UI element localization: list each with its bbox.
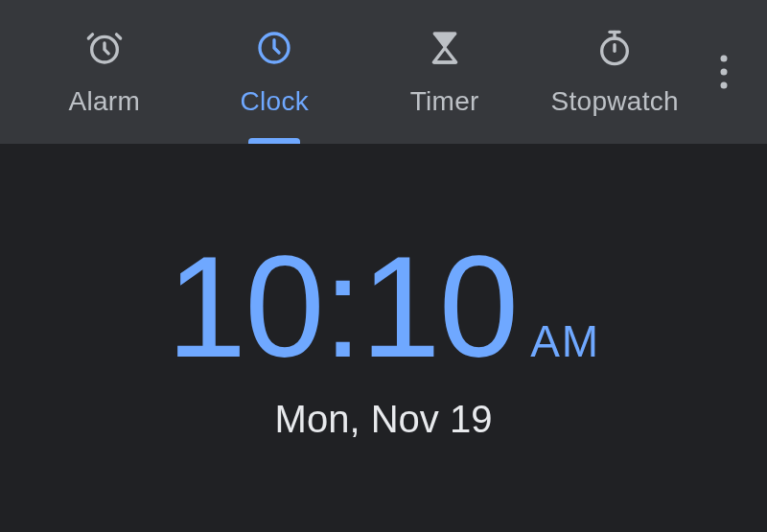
tab-bar: Alarm Clock Timer — [0, 0, 767, 144]
time-row: 10:10 AM — [167, 235, 600, 379]
timer-icon — [424, 27, 466, 69]
current-date: Mon, Nov 19 — [275, 398, 493, 441]
tab-label-timer: Timer — [410, 86, 479, 117]
alarm-icon — [83, 27, 126, 69]
tab-alarm[interactable]: Alarm — [19, 0, 190, 144]
current-time: 10:10 — [167, 235, 517, 379]
svg-point-5 — [721, 82, 728, 89]
svg-point-3 — [721, 56, 728, 62]
svg-point-4 — [721, 69, 728, 76]
tab-stopwatch[interactable]: Stopwatch — [530, 0, 701, 144]
clock-display: 10:10 AM Mon, Nov 19 — [0, 144, 767, 532]
am-pm-indicator: AM — [530, 315, 600, 367]
tab-label-clock: Clock — [240, 86, 309, 117]
clock-icon — [253, 27, 295, 69]
tab-label-stopwatch: Stopwatch — [551, 86, 679, 117]
stopwatch-icon — [593, 27, 636, 69]
tab-clock[interactable]: Clock — [190, 0, 360, 144]
tab-label-alarm: Alarm — [68, 86, 140, 117]
more-vert-icon — [720, 54, 728, 90]
active-tab-indicator — [248, 138, 300, 144]
tab-timer[interactable]: Timer — [360, 0, 530, 144]
overflow-menu-button[interactable] — [700, 0, 748, 144]
